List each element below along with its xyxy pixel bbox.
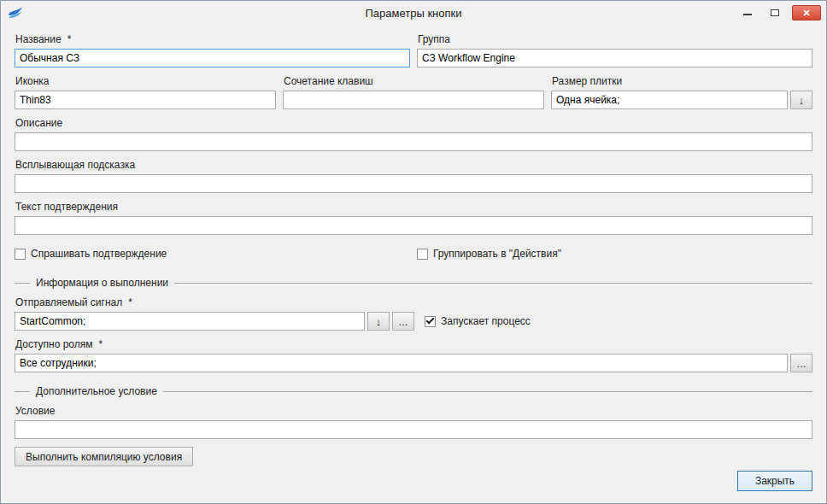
field-description: Описание (15, 117, 812, 151)
field-group: Группа (417, 33, 812, 67)
shortcut-label: Сочетание клавиш (284, 75, 544, 87)
tooltip-label: Всплывающая подсказка (15, 159, 812, 171)
group-in-actions-cell: Группировать в "Действия" (417, 248, 812, 260)
roles-label-text: Доступно ролям (15, 338, 93, 350)
dialog-footer: Закрыть (15, 471, 812, 491)
roles-controls: ... (15, 354, 812, 372)
minimize-button[interactable] (737, 5, 758, 21)
ask-confirmation-checkbox[interactable]: Спрашивать подтверждение (15, 248, 410, 260)
titlebar[interactable]: Параметры кнопки ✕ (1, 1, 826, 25)
field-tooltip: Всплывающая подсказка (15, 159, 812, 193)
window-controls: ✕ (737, 5, 821, 21)
minimize-icon (743, 10, 752, 15)
tooltip-input[interactable] (15, 174, 812, 193)
compile-button-row: Выполнить компиляцию условия (15, 447, 812, 466)
down-arrow-icon: ↓ (799, 94, 805, 107)
starts-process-checkbox[interactable]: Запускает процесс (425, 312, 531, 331)
field-icon: Иконка (15, 75, 276, 109)
separator-line (174, 283, 812, 284)
window-title: Параметры кнопки (1, 7, 826, 20)
dialog-content: Название* Группа Иконка Сочетание клавиш… (1, 25, 826, 503)
field-confirmation-text: Текст подтверждения (15, 201, 812, 235)
field-roles: Доступно ролям* ... (15, 338, 812, 372)
starts-process-label: Запускает процесс (441, 315, 531, 327)
compile-condition-button[interactable]: Выполнить компиляцию условия (15, 447, 193, 466)
maximize-button[interactable] (765, 5, 785, 21)
confirmation-text-label: Текст подтверждения (15, 201, 812, 213)
separator-line (15, 391, 30, 392)
execution-section-title: Информация о выполнении (36, 277, 168, 289)
field-signal: Отправляемый сигнал* ↓ ... Запускает про… (15, 296, 812, 331)
tile-size-dropdown-button[interactable]: ↓ (790, 91, 812, 109)
tile-size-controls: ↓ (551, 91, 812, 109)
button-parameters-dialog: Параметры кнопки ✕ Название* Группа (0, 0, 827, 504)
ellipsis-icon: ... (399, 315, 408, 328)
signal-browse-button[interactable]: ... (392, 312, 414, 331)
group-label: Группа (418, 33, 812, 45)
field-name: Название* (15, 33, 410, 67)
tile-size-label: Размер плитки (552, 75, 812, 87)
confirmation-text-input[interactable] (15, 216, 812, 235)
section-execution-info: Информация о выполнении (15, 277, 812, 289)
description-label: Описание (15, 117, 812, 129)
ellipsis-icon: ... (797, 357, 806, 370)
checkbox-icon (15, 249, 26, 260)
condition-label: Условие (15, 405, 812, 417)
signal-label: Отправляемый сигнал* (15, 296, 812, 308)
group-in-actions-label: Группировать в "Действия" (433, 248, 561, 260)
group-input[interactable] (417, 49, 812, 67)
close-icon: ✕ (802, 8, 810, 19)
roles-label: Доступно ролям* (15, 338, 812, 350)
down-arrow-icon: ↓ (376, 315, 382, 328)
signal-controls: ↓ ... Запускает процесс (15, 312, 812, 331)
roles-browse-button[interactable]: ... (790, 354, 812, 372)
checkbox-icon (425, 316, 436, 327)
name-input[interactable] (15, 49, 410, 67)
shortcut-input[interactable] (283, 91, 544, 109)
roles-required-mark: * (99, 338, 103, 350)
additional-section-title: Дополнительное условие (36, 385, 157, 397)
close-dialog-button[interactable]: Закрыть (737, 471, 812, 491)
maximize-icon (771, 9, 779, 16)
roles-input[interactable] (15, 354, 788, 372)
tile-size-input[interactable] (551, 91, 788, 109)
name-label-text: Название (15, 33, 62, 45)
signal-label-text: Отправляемый сигнал (15, 296, 122, 308)
separator-line (163, 391, 812, 392)
icon-input[interactable] (15, 91, 276, 109)
checkbox-icon (417, 249, 428, 260)
field-condition: Условие (15, 405, 812, 439)
description-input[interactable] (15, 132, 812, 151)
signal-input[interactable] (15, 312, 365, 331)
icon-label: Иконка (15, 75, 276, 87)
separator-line (15, 283, 30, 284)
name-label: Название* (15, 33, 410, 45)
field-shortcut: Сочетание клавиш (283, 75, 544, 109)
close-window-button[interactable]: ✕ (792, 5, 821, 21)
row-icon-shortcut-tile: Иконка Сочетание клавиш Размер плитки ↓ (15, 75, 812, 109)
signal-dropdown-button[interactable]: ↓ (367, 312, 390, 331)
row-checkboxes: Спрашивать подтверждение Группировать в … (15, 248, 812, 260)
name-required-mark: * (67, 33, 72, 45)
ask-confirmation-label: Спрашивать подтверждение (31, 248, 167, 260)
row-name-group: Название* Группа (15, 33, 812, 67)
ask-confirmation-cell: Спрашивать подтверждение (15, 248, 410, 260)
section-additional-condition: Дополнительное условие (15, 385, 812, 397)
field-tile-size: Размер плитки ↓ (551, 75, 812, 109)
signal-required-mark: * (128, 296, 132, 308)
app-logo-icon (8, 6, 23, 20)
condition-input[interactable] (15, 420, 812, 439)
group-in-actions-checkbox[interactable]: Группировать в "Действия" (417, 248, 812, 260)
